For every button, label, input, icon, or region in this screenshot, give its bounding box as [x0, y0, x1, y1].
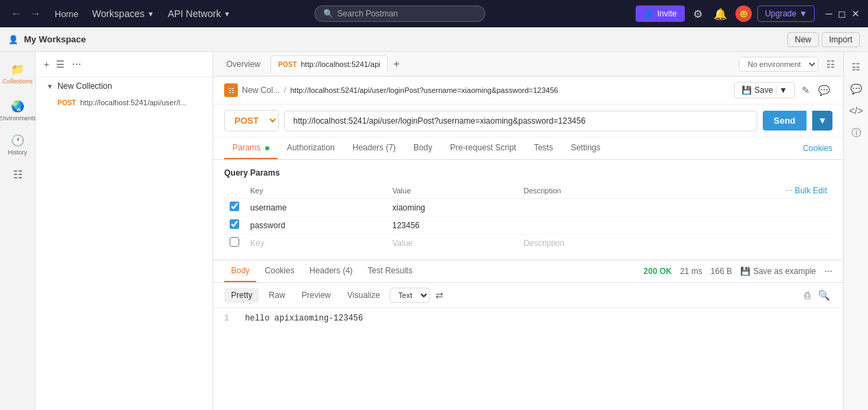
- response-tab-headers[interactable]: Headers (4): [303, 260, 360, 282]
- search-response-button[interactable]: 🔍: [815, 287, 832, 303]
- param-desc-empty: Description: [524, 238, 565, 248]
- param-checkbox-1[interactable]: [230, 219, 239, 229]
- save-example-button[interactable]: 💾 Save as example: [740, 266, 816, 276]
- main-content: Overview POST http://localhost:5241/api …: [213, 52, 843, 410]
- response-tab-body[interactable]: Body: [224, 260, 256, 282]
- search-icon: 🔍: [323, 9, 334, 18]
- new-tab-button[interactable]: +: [390, 55, 402, 73]
- titlebar-nav: Home Workspaces ▼ API Network ▼: [49, 5, 236, 22]
- layout-icon-button[interactable]: ☷: [824, 56, 838, 72]
- response-section: Body Cookies Headers (4) Test Results 20…: [213, 260, 843, 329]
- params-section: Query Params Key Value Description ⋯ Bul…: [213, 160, 843, 260]
- import-button[interactable]: Import: [822, 32, 860, 47]
- sidebar-item-history[interactable]: 🕐 History: [1, 128, 34, 161]
- cookies-link[interactable]: Cookies: [803, 138, 832, 159]
- format-raw[interactable]: Raw: [262, 288, 292, 303]
- key-header: Key: [245, 183, 387, 199]
- history-icon: 🕐: [11, 134, 25, 147]
- right-sidebar-comments-button[interactable]: 💬: [846, 79, 866, 98]
- tab-right: No environment ☷: [739, 56, 838, 72]
- param-checkbox-0[interactable]: [230, 202, 239, 211]
- description-header: Description: [518, 183, 674, 199]
- right-sidebar-docs-button[interactable]: ☷: [847, 57, 865, 77]
- collections-panel: + ☰ ⋯ ▼ New Collection POST http://local…: [36, 52, 213, 410]
- home-button[interactable]: Home: [49, 6, 84, 22]
- more-options-button[interactable]: ⋯: [70, 57, 83, 71]
- send-chevron-button[interactable]: ▼: [812, 111, 832, 131]
- method-select[interactable]: POST: [224, 110, 279, 131]
- params-table: Key Value Description ⋯ Bulk Edit userna…: [224, 183, 832, 251]
- maximize-button[interactable]: ◻: [838, 8, 846, 19]
- panel-header: + ☰ ⋯: [36, 52, 213, 77]
- forward-button[interactable]: →: [27, 5, 44, 23]
- collection-item[interactable]: ▼ New Collection: [36, 77, 213, 95]
- workspace-bar: 👤 My Workspace New Import: [0, 27, 868, 52]
- notifications-button[interactable]: 🔔: [711, 5, 730, 23]
- tab-headers[interactable]: Headers (7): [344, 137, 404, 159]
- request-item[interactable]: POST http://localhost:5241/api/user/l...: [36, 95, 213, 110]
- copy-response-button[interactable]: ⎙: [802, 287, 813, 303]
- invite-button[interactable]: 👤 Invite: [636, 5, 685, 22]
- sidebar-item-more[interactable]: ☷: [1, 163, 34, 187]
- add-collection-button[interactable]: +: [42, 57, 51, 71]
- params-more-icon[interactable]: ⋯: [785, 187, 793, 195]
- table-row: Key Value Description: [224, 234, 832, 252]
- api-network-button[interactable]: API Network ▼: [162, 5, 236, 22]
- save-chevron-icon[interactable]: ▼: [776, 85, 787, 95]
- tab-settings[interactable]: Settings: [562, 137, 608, 159]
- text-type-select[interactable]: Text: [390, 288, 430, 303]
- save-icon: 💾: [742, 85, 752, 95]
- response-tab-test-results[interactable]: Test Results: [361, 260, 419, 282]
- breadcrumb: ☷ New Col... / http://localhost:5241/api…: [213, 77, 843, 105]
- tab-body[interactable]: Body: [405, 137, 440, 159]
- breadcrumb-right-icons: ✎ 💬: [799, 82, 832, 98]
- comment-button[interactable]: 💬: [815, 82, 832, 98]
- wrap-icon-button[interactable]: ⇄: [433, 287, 446, 303]
- tab-overview[interactable]: Overview: [219, 55, 268, 73]
- sidebar-item-environments[interactable]: 🌏 Environments: [1, 94, 34, 127]
- filter-button[interactable]: ☰: [55, 57, 66, 71]
- new-button[interactable]: New: [787, 32, 819, 47]
- search-bar[interactable]: 🔍 Search Postman: [314, 5, 485, 22]
- tab-prerequest[interactable]: Pre-request Script: [442, 137, 524, 159]
- avatar[interactable]: 😊: [735, 5, 752, 22]
- format-pretty[interactable]: Pretty: [224, 288, 259, 303]
- right-sidebar-info-button[interactable]: ⓘ: [847, 123, 865, 144]
- environment-select[interactable]: No environment: [739, 57, 818, 72]
- response-status: 200 OK 21 ms 166 B 💾 Save as example ⋯: [644, 266, 832, 276]
- tab-active-request[interactable]: POST http://localhost:5241/api: [271, 55, 388, 72]
- breadcrumb-current-url: http://localhost:5241/api/user/loginPost…: [290, 86, 558, 94]
- back-button[interactable]: ←: [8, 5, 25, 23]
- breadcrumb-separator: /: [284, 85, 286, 95]
- tab-tests[interactable]: Tests: [526, 137, 561, 159]
- settings-button[interactable]: ⚙: [690, 5, 705, 23]
- params-dot: [265, 146, 269, 150]
- method-badge: POST: [57, 99, 76, 107]
- format-visualize[interactable]: Visualize: [340, 288, 387, 303]
- collection-name: New Collection: [57, 81, 112, 91]
- breadcrumb-collection-link[interactable]: New Col...: [242, 85, 280, 95]
- tab-params[interactable]: Params: [224, 137, 277, 159]
- invite-icon: 👤: [644, 9, 654, 18]
- send-button[interactable]: Send: [763, 111, 806, 131]
- main-area: 📁 Collections 🌏 Environments 🕐 History ☷…: [0, 52, 868, 410]
- format-preview[interactable]: Preview: [295, 288, 338, 303]
- close-button[interactable]: ✕: [852, 8, 860, 19]
- api-network-chevron-icon: ▼: [223, 10, 230, 18]
- response-code-line-1: hello apixiaoming-123456: [245, 314, 363, 323]
- upgrade-button[interactable]: Upgrade ▼: [757, 5, 815, 22]
- edit-button[interactable]: ✎: [799, 82, 813, 98]
- sidebar-item-collections[interactable]: 📁 Collections: [1, 57, 34, 90]
- minimize-button[interactable]: ─: [826, 8, 832, 19]
- url-input[interactable]: [284, 111, 757, 131]
- workspaces-button[interactable]: Workspaces ▼: [87, 5, 160, 22]
- right-sidebar-code-button[interactable]: </>: [845, 101, 867, 120]
- bulk-edit-link[interactable]: Bulk Edit: [795, 186, 827, 195]
- save-button[interactable]: 💾 Save ▼: [734, 82, 795, 98]
- right-sidebar: ☷ 💬 </> ⓘ: [843, 52, 868, 410]
- response-tab-cookies[interactable]: Cookies: [258, 260, 301, 282]
- param-checkbox-2[interactable]: [230, 237, 239, 247]
- tab-authorization[interactable]: Authorization: [279, 137, 343, 159]
- response-more-icon[interactable]: ⋯: [824, 266, 832, 276]
- query-params-title: Query Params: [224, 168, 832, 178]
